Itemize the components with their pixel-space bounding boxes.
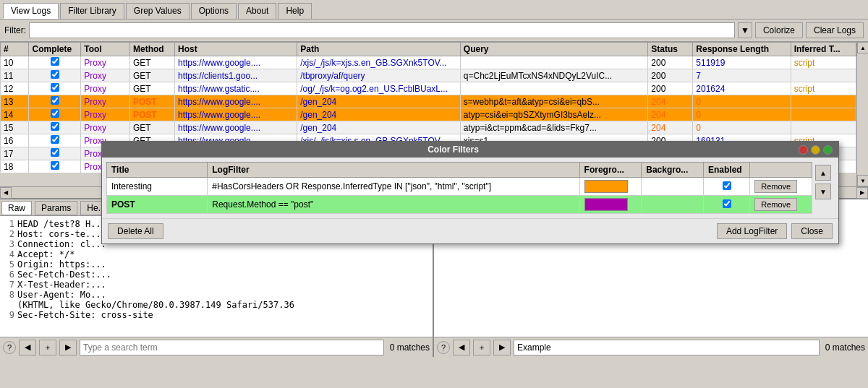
cell-inferred bbox=[791, 95, 856, 108]
cell-status: 200 bbox=[648, 56, 693, 69]
cf-enabled-checkbox[interactable] bbox=[723, 181, 731, 190]
clear-logs-button[interactable]: Clear Logs bbox=[806, 22, 864, 38]
col-header-query: Query bbox=[460, 43, 647, 56]
hscroll-left-btn[interactable]: ◀ bbox=[0, 187, 12, 199]
line-number: 6 bbox=[3, 270, 14, 280]
cell-host: https://www.google.... bbox=[175, 56, 297, 69]
response-nav-prev-btn[interactable]: ◀ bbox=[453, 340, 470, 355]
request-nav-next-btn[interactable]: ▶ bbox=[59, 340, 77, 355]
complete-checkbox[interactable] bbox=[51, 70, 59, 79]
scroll-down-button[interactable]: ▼ bbox=[857, 175, 868, 186]
cell-method: GET bbox=[129, 121, 174, 134]
table-row[interactable]: 13 Proxy POST https://www.google.... /ge… bbox=[1, 95, 856, 108]
filter-label: Filter: bbox=[4, 25, 26, 35]
complete-checkbox[interactable] bbox=[51, 148, 59, 157]
dialog-close-ctrl[interactable] bbox=[799, 145, 808, 155]
line-number: 8 bbox=[3, 290, 14, 300]
scroll-up-button[interactable]: ▲ bbox=[857, 42, 868, 53]
hscroll-right-btn[interactable]: ▶ bbox=[856, 187, 868, 199]
cell-resplen: 0 bbox=[693, 108, 791, 121]
cf-filter-cell: Request.Method == "post" bbox=[208, 196, 579, 214]
col-header-complete: Complete bbox=[29, 43, 81, 56]
response-nav-plus-btn[interactable]: + bbox=[473, 340, 490, 355]
table-row[interactable]: 11 Proxy GET https://clients1.goo... /tb… bbox=[1, 69, 856, 82]
complete-checkbox[interactable] bbox=[51, 57, 59, 66]
dialog-maximize-ctrl[interactable] bbox=[823, 145, 833, 155]
col-header-num: # bbox=[1, 43, 29, 56]
remove-button[interactable]: Remove bbox=[754, 180, 797, 193]
remove-button-2[interactable]: Remove bbox=[754, 198, 797, 211]
delete-all-button[interactable]: Delete All bbox=[108, 223, 163, 239]
cf-title-cell: POST bbox=[107, 196, 208, 214]
tab-help[interactable]: Help bbox=[278, 3, 312, 19]
table-row[interactable]: 10 Proxy GET https://www.google.... /xjs… bbox=[1, 56, 856, 69]
cell-num: 10 bbox=[1, 56, 29, 69]
table-row[interactable]: 14 Proxy POST https://www.google.... /ge… bbox=[1, 108, 856, 121]
complete-checkbox[interactable] bbox=[51, 135, 59, 144]
complete-checkbox[interactable] bbox=[51, 109, 59, 118]
line-text: Host: cors-te... bbox=[17, 229, 101, 239]
dialog-titlebar: Color Filters bbox=[102, 142, 838, 158]
cell-path: /gen_204 bbox=[297, 108, 461, 121]
tab-grep-values[interactable]: Grep Values bbox=[126, 3, 190, 19]
cell-inferred: script bbox=[791, 82, 856, 95]
cell-query: atyp=i&ct=ppm&cad=&lids=Fkg7... bbox=[460, 121, 647, 134]
request-help-icon[interactable]: ? bbox=[3, 341, 16, 354]
complete-checkbox[interactable] bbox=[51, 161, 59, 170]
table-row[interactable]: 12 Proxy GET https://www.gstatic.... /og… bbox=[1, 82, 856, 95]
cell-path: /gen_204 bbox=[297, 95, 461, 108]
line-text: X-Test-Header:... bbox=[17, 280, 106, 290]
cf-col-fg: Foregro... bbox=[579, 163, 642, 178]
response-toolbar: ? ◀ + ▶ 0 matches bbox=[434, 337, 868, 357]
cell-complete bbox=[29, 56, 81, 69]
complete-checkbox[interactable] bbox=[51, 83, 59, 92]
request-nav-prev-btn[interactable]: ◀ bbox=[19, 340, 36, 355]
tab-view-logs[interactable]: View Logs bbox=[3, 3, 59, 19]
cell-resplen: 0 bbox=[693, 95, 791, 108]
complete-checkbox[interactable] bbox=[51, 96, 59, 105]
cell-complete bbox=[29, 134, 81, 147]
col-header-path: Path bbox=[297, 43, 461, 56]
table-row[interactable]: 15 Proxy GET https://www.google.... /gen… bbox=[1, 121, 856, 134]
cell-inferred bbox=[791, 121, 856, 134]
fg-color-swatch-2[interactable] bbox=[584, 198, 628, 211]
dialog-table-container: Title LogFilter Foregro... Backgro... En… bbox=[102, 158, 838, 218]
filter-bar: Filter: ▼ Colorize Clear Logs bbox=[0, 20, 868, 42]
response-nav-next-btn[interactable]: ▶ bbox=[493, 340, 511, 355]
cf-enabled-checkbox-2[interactable] bbox=[723, 199, 731, 208]
move-down-button[interactable]: ▼ bbox=[815, 184, 831, 199]
tab-options[interactable]: Options bbox=[191, 3, 237, 19]
cell-resplen: 7 bbox=[693, 69, 791, 82]
tab-raw[interactable]: Raw bbox=[1, 201, 32, 215]
cf-col-logfilter: LogFilter bbox=[208, 163, 579, 178]
add-logfilter-button[interactable]: Add LogFilter bbox=[717, 223, 787, 239]
tab-about[interactable]: About bbox=[238, 3, 276, 19]
filter-dropdown-button[interactable]: ▼ bbox=[738, 22, 752, 38]
cell-resplen: 0 bbox=[693, 121, 791, 134]
cell-path: /gen_204 bbox=[297, 121, 461, 134]
log-table-scrollbar[interactable]: ▲ ▼ bbox=[856, 42, 868, 186]
complete-checkbox[interactable] bbox=[51, 122, 59, 131]
col-header-tool: Tool bbox=[81, 43, 130, 56]
cell-complete bbox=[29, 160, 81, 173]
color-filter-table: Title LogFilter Foregro... Backgro... En… bbox=[106, 162, 812, 214]
filter-input[interactable] bbox=[29, 22, 735, 38]
line-text: Accept: */* bbox=[17, 249, 75, 259]
response-help-icon[interactable]: ? bbox=[437, 341, 450, 354]
fg-color-swatch[interactable] bbox=[584, 180, 628, 193]
tab-filter-library[interactable]: Filter Library bbox=[60, 3, 124, 19]
cf-remove-cell-2: Remove bbox=[750, 196, 812, 214]
request-search-input[interactable] bbox=[80, 340, 384, 355]
close-button[interactable]: Close bbox=[791, 223, 833, 239]
cell-num: 18 bbox=[1, 160, 29, 173]
response-example-input[interactable] bbox=[514, 340, 820, 355]
tab-params[interactable]: Params bbox=[35, 201, 77, 215]
colorize-button[interactable]: Colorize bbox=[755, 22, 803, 38]
move-up-button[interactable]: ▲ bbox=[815, 165, 831, 181]
dialog-minimize-ctrl[interactable] bbox=[811, 145, 820, 155]
cell-complete bbox=[29, 69, 81, 82]
cell-resplen: 201624 bbox=[693, 82, 791, 95]
request-nav-plus-btn[interactable]: + bbox=[39, 340, 56, 355]
cell-resplen: 511919 bbox=[693, 56, 791, 69]
col-header-resplen: Response Length bbox=[693, 43, 791, 56]
